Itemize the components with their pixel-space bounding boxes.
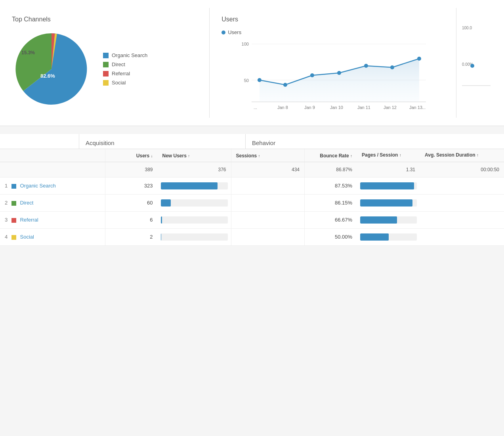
channel-cell-referral: 3 Referral <box>0 211 105 228</box>
sort-icon-new-users[interactable]: ↑ <box>188 154 190 158</box>
users-organic: 323 <box>105 177 158 194</box>
bounce-bar-fill-direct <box>360 199 412 207</box>
users-referral: 6 <box>105 211 158 228</box>
new-users-bar-direct <box>158 194 231 211</box>
col-header-channel <box>0 149 105 162</box>
pie-section: 82.6% 15.3% Organic Search Direct Referr… <box>12 29 197 109</box>
channel-link-referral[interactable]: Referral <box>20 217 38 223</box>
legend-color-referral <box>103 71 109 76</box>
sessions-direct <box>231 194 305 211</box>
channel-link-direct[interactable]: Direct <box>20 200 33 206</box>
sort-icon-users[interactable]: ↓ <box>151 154 153 158</box>
avg-session-organic <box>420 177 504 194</box>
col-header-bounce-rate[interactable]: Bounce Rate ↑ <box>305 149 357 162</box>
acquisition-group-header: Acquisition <box>79 134 246 149</box>
svg-text:50: 50 <box>244 78 249 83</box>
channel-link-organic[interactable]: Organic Search <box>20 183 55 189</box>
new-users-bar-container-organic <box>161 182 228 189</box>
new-users-bar-fill-direct <box>161 199 171 207</box>
users-social: 2 <box>105 228 158 245</box>
sort-icon-bounce[interactable]: ↑ <box>350 154 352 158</box>
channel-link-social[interactable]: Social <box>20 234 34 240</box>
channel-cell-social: 4 Social <box>0 228 105 245</box>
bounce-bar-container-referral <box>360 216 417 224</box>
users-chart-title: Users <box>221 16 444 23</box>
legend-label-referral: Referral <box>112 71 130 76</box>
users-legend-label: Users <box>228 29 241 35</box>
data-point-3 <box>337 71 341 75</box>
rank-direct: 2 <box>5 200 8 206</box>
col-header-pages-session[interactable]: Pages / Session ↑ <box>357 149 420 162</box>
data-table: Users ↓ New Users ↑ Sessions ↑ Bounce Ra… <box>0 149 504 246</box>
bounce-bar-organic <box>357 177 420 194</box>
avg-session-referral <box>420 211 504 228</box>
svg-text:...: ... <box>422 105 426 110</box>
data-point-0 <box>258 78 262 82</box>
data-point-4 <box>364 64 368 68</box>
bounce-bar-fill-organic <box>360 182 414 189</box>
col-header-users[interactable]: Users ↓ <box>105 149 158 162</box>
channel-indicator-organic <box>11 184 16 189</box>
svg-text:Jan 8: Jan 8 <box>277 105 288 110</box>
data-point-5 <box>390 65 394 69</box>
svg-text:Jan 10: Jan 10 <box>330 105 343 110</box>
bounce-bar-container-direct <box>360 199 417 207</box>
svg-text:Jan 12: Jan 12 <box>384 105 397 110</box>
bounce-bar-social <box>357 228 420 245</box>
new-users-bar-container-referral <box>161 216 228 224</box>
legend-direct: Direct <box>103 61 147 67</box>
empty-header-spacer <box>0 134 79 149</box>
pie-legend: Organic Search Direct Referral Social <box>103 52 147 86</box>
bounce-rate-social: 50.00% <box>305 228 357 245</box>
top-channels-card: Top Channels <box>0 8 210 118</box>
total-bounce-rate: 86.87% <box>305 162 357 177</box>
pie-chart-svg <box>12 29 91 109</box>
bounce-rate-referral: 66.67% <box>305 211 357 228</box>
new-users-bar-fill-organic <box>161 182 218 189</box>
data-point-6 <box>417 57 421 61</box>
sort-icon-pages[interactable]: ↑ <box>399 153 401 157</box>
channel-cell-direct: 2 Direct <box>0 194 105 211</box>
third-chart-card: 100.0 0.00% <box>456 8 504 118</box>
col-header-sessions[interactable]: Sessions ↑ <box>231 149 305 162</box>
new-users-bar-container-social <box>161 233 228 241</box>
total-label <box>0 162 105 177</box>
bounce-bar-referral <box>357 211 420 228</box>
channel-cell-organic: 1 Organic Search <box>0 177 105 194</box>
svg-text:Jan 13: Jan 13 <box>409 105 422 110</box>
new-users-bar-fill-social <box>161 233 162 241</box>
new-users-bar-referral <box>158 211 231 228</box>
sessions-organic <box>231 177 305 194</box>
total-row: 389 376 434 86.87% 1.31 00:00:50 <box>0 162 504 177</box>
legend-organic: Organic Search <box>103 52 147 58</box>
legend-label-social: Social <box>112 80 126 86</box>
sessions-referral <box>231 211 305 228</box>
channel-indicator-social <box>11 235 16 240</box>
bounce-bar-fill-referral <box>360 216 397 224</box>
col-header-new-users[interactable]: New Users ↑ <box>158 149 231 162</box>
legend-label-direct: Direct <box>112 61 125 67</box>
table-row: 4 Social 2 50.00% <box>0 228 504 245</box>
channel-indicator-direct <box>11 201 16 206</box>
legend-color-organic <box>103 53 109 58</box>
legend-color-social <box>103 80 109 86</box>
sort-icon-avg[interactable]: ↑ <box>477 153 479 157</box>
third-chart-svg: 100.0 0.00% <box>460 22 492 98</box>
table-group-headers: Acquisition Behavior <box>0 134 504 149</box>
svg-text:100: 100 <box>242 42 249 46</box>
svg-point-16 <box>470 64 474 68</box>
data-point-1 <box>283 83 287 87</box>
top-charts-section: Top Channels <box>0 0 504 126</box>
svg-text:100.0: 100.0 <box>462 26 472 30</box>
table-row: 2 Direct 60 86.15% <box>0 194 504 211</box>
line-chart-wrapper: 100 50 <box>221 38 444 110</box>
rank-social: 4 <box>5 234 8 240</box>
avg-session-social <box>420 228 504 245</box>
legend-label-organic: Organic Search <box>112 52 147 58</box>
bounce-bar-container-organic <box>360 182 417 189</box>
sort-icon-sessions[interactable]: ↑ <box>258 154 260 158</box>
total-new-users: 376 <box>158 162 231 177</box>
rank-referral: 3 <box>5 217 8 223</box>
rank-organic: 1 <box>5 183 8 189</box>
col-header-avg-session[interactable]: Avg. Session Duration ↑ <box>420 149 504 162</box>
